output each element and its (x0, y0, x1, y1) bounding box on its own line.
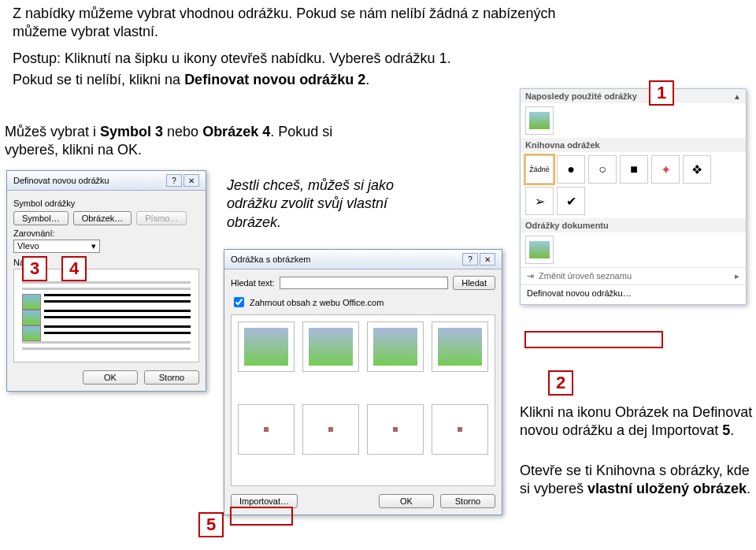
t: Pokud se ti nelíbí, klikni na (13, 72, 184, 87)
preview-box (13, 269, 199, 362)
dialog-title-text: Definovat novou odrážku (13, 176, 109, 185)
step-a: Postup: Kliknutí na šipku u ikony otevře… (13, 50, 627, 68)
italic-note: Jestli chceš, můžeš si jako odrážku zvol… (227, 177, 424, 232)
step-b: Pokud se ti nelíbí, klikni na Definovat … (13, 71, 627, 89)
include-office-checkbox[interactable] (234, 297, 244, 307)
align-label: Zarovnání: (13, 229, 199, 238)
step-c: Můžeš vybrat i Symbol 3 nebo Obrázek 4. … (5, 123, 383, 160)
close-icon[interactable]: ✕ (480, 253, 495, 266)
dialog-titlebar: Definovat novou odrážku ? ✕ (7, 171, 206, 191)
t: . (730, 422, 734, 438)
t: . (365, 72, 369, 87)
intro-block: Z nabídky můžeme vybrat vhodnou odrážku.… (13, 5, 627, 90)
t: 5 (722, 422, 730, 438)
t: Naposledy použité odrážky (525, 91, 637, 101)
t: nebo (163, 124, 202, 139)
t: Obrázek 4 (202, 124, 270, 139)
thumb-item[interactable] (302, 321, 359, 372)
thumbnail-grid[interactable] (231, 314, 495, 486)
bullet-option[interactable]: ■ (620, 155, 648, 184)
bullet-option[interactable]: ➢ (525, 187, 554, 215)
symbol-button-row: Symbol… Obrázek… Písmo… (13, 211, 199, 225)
bullet-thumb-icon (22, 325, 41, 341)
intro-text: Z nabídky můžeme vybrat vhodnou odrážku.… (13, 6, 555, 21)
thumb-item[interactable] (367, 404, 424, 455)
dialog-title-buttons: ? ✕ (166, 174, 199, 187)
bullet-option[interactable]: ○ (588, 155, 617, 184)
callout-3: 3 (22, 256, 47, 281)
recent-row (521, 103, 746, 138)
thumb-item[interactable] (302, 404, 359, 455)
panel-header-recent: Naposledy použité odrážky ▲ (521, 89, 746, 103)
chevron-up-icon[interactable]: ▲ (733, 92, 741, 101)
none-label: Žádné (529, 165, 550, 173)
group-symbol-label: Symbol odrážky (13, 199, 199, 208)
dialog-title-text: Odrážka s obrázkem (231, 255, 310, 264)
library-row: Žádné ● ○ ■ ✦ ❖ ➢ ✔ (521, 152, 746, 218)
bullet-thumb-icon (22, 310, 41, 325)
align-select[interactable]: Vlevo▾ (13, 240, 100, 253)
t: . (447, 50, 451, 66)
ok-button[interactable]: OK (379, 494, 434, 508)
include-office-label: Zahrnout obsah z webu Office.com (250, 298, 384, 307)
dialog-titlebar: Odrážka s obrázkem ? ✕ (224, 250, 502, 269)
ok-button[interactable]: OK (83, 370, 138, 385)
cancel-button[interactable]: Storno (144, 370, 199, 385)
bullet-option[interactable] (525, 236, 554, 264)
search-input[interactable] (280, 277, 449, 289)
bullet-library-panel: Naposledy použité odrážky ▲ Knihovna odr… (520, 88, 747, 305)
bullet-option[interactable]: ❖ (683, 155, 711, 184)
panel-header-doc: Odrážky dokumentu (521, 218, 746, 232)
bullet-none[interactable]: Žádné (525, 155, 554, 184)
bullet-option[interactable] (525, 106, 554, 135)
close-icon[interactable]: ✕ (183, 174, 199, 187)
dialog-footer: OK Storno (13, 370, 199, 385)
callout-4: 4 (61, 256, 87, 281)
help-icon[interactable]: ? (462, 253, 478, 266)
symbol-button[interactable]: Symbol… (13, 211, 69, 225)
font-button: Písmo… (136, 211, 187, 225)
search-button[interactable]: Hledat (453, 276, 495, 290)
bullet-option[interactable]: ✦ (651, 155, 680, 184)
intro-text: můžeme vybrat vlastní. (13, 24, 158, 39)
thumb-item[interactable] (238, 321, 295, 372)
callout-1: 1 (649, 80, 674, 106)
t: Postup: Kliknutí na šipku u ikony otevře… (13, 50, 439, 66)
thumb-item[interactable] (367, 321, 424, 372)
picture-button[interactable]: Obrázek… (73, 211, 132, 225)
search-label: Hledat text: (231, 278, 275, 288)
t: Symbol 3 (100, 124, 163, 139)
t: 1 (439, 50, 447, 66)
bullet-option[interactable]: ✔ (557, 187, 585, 215)
picture-bullet-dialog: Odrážka s obrázkem ? ✕ Hledat text: Hled… (224, 249, 502, 515)
t: vlastní uložený obrázek (587, 481, 747, 496)
t: . (747, 481, 750, 496)
define-new-bullet-item[interactable]: Definovat novou odrážku… (521, 284, 746, 301)
cancel-button[interactable]: Storno (440, 494, 495, 508)
change-level-item: ⇥Změnit úroveň seznamu▸ (521, 267, 746, 284)
thumb-item[interactable] (432, 321, 488, 372)
t: Klikni na ikonu Obrázek na Definovat nov… (520, 404, 752, 438)
dialog-body: Symbol odrážky Symbol… Obrázek… Písmo… Z… (7, 191, 206, 391)
t: Můžeš vybrat i (5, 124, 100, 139)
callout-5: 5 (198, 512, 224, 537)
red-highlight-define (524, 331, 663, 348)
align-value: Vlevo (17, 241, 39, 251)
t: Změnit úroveň seznamu (539, 271, 632, 281)
office-checkbox-row: Zahrnout obsah z webu Office.com (231, 295, 495, 310)
panel-header-library: Knihovna odrážek (521, 138, 746, 152)
thumb-item[interactable] (238, 404, 295, 455)
callout-2: 2 (548, 370, 573, 396)
intro-line-1: Z nabídky můžeme vybrat vhodnou odrážku.… (13, 5, 627, 42)
dialog-title-buttons: ? ✕ (462, 253, 495, 266)
right-instr-1: Klikni na ikonu Obrázek na Definovat nov… (520, 403, 753, 440)
doc-row (521, 232, 746, 267)
thumb-item[interactable] (432, 404, 488, 455)
help-icon[interactable]: ? (166, 174, 182, 187)
dialog-body: Hledat text: Hledat Zahrnout obsah z web… (224, 269, 502, 515)
right-instr-2: Otevře se ti Knihovna s obrázky, kde si … (520, 462, 753, 499)
chevron-down-icon: ▾ (91, 241, 96, 251)
bullet-option[interactable]: ● (557, 155, 585, 184)
red-highlight-import (230, 507, 293, 526)
bullet-thumb-icon (22, 294, 41, 310)
